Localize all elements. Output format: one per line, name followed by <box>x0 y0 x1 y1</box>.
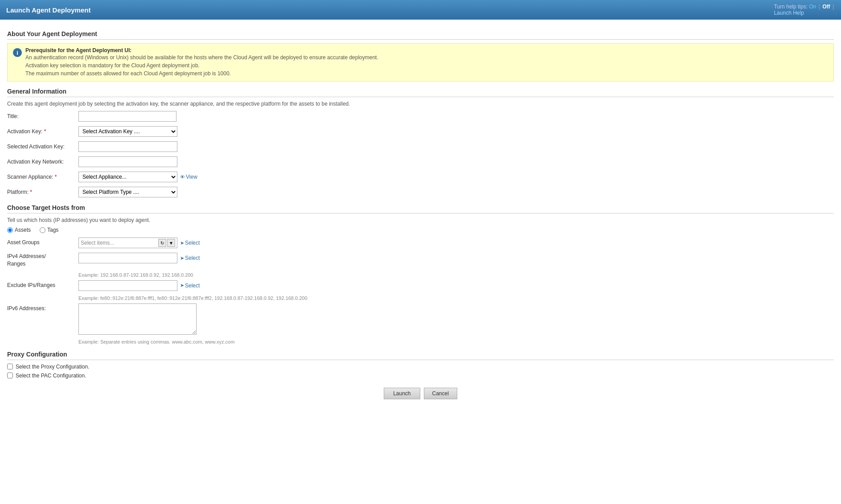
key-network-control <box>78 156 177 167</box>
target-hosts-title: Choose Target Hosts from <box>7 204 834 211</box>
launch-help-link[interactable]: Launch Help <box>774 10 835 16</box>
scanner-label: Scanner Appliance: * <box>7 174 78 180</box>
scanner-row: Scanner Appliance: * Select Appliance...… <box>7 171 834 183</box>
ipv6-control <box>78 303 197 335</box>
proxy-section: Proxy Configuration Select the Proxy Con… <box>7 351 834 379</box>
scanner-view-link[interactable]: 👁 View <box>180 174 197 180</box>
key-network-label: Activation Key Network: <box>7 159 78 165</box>
selected-key-control <box>78 141 177 152</box>
ipv6-example: Example: Separate entries using commas. … <box>78 339 834 344</box>
asset-groups-select-link[interactable]: ➤ Select <box>180 240 200 246</box>
info-box: i Prerequisite for the Agent Deployment … <box>7 43 834 82</box>
info-icon: i <box>13 48 22 57</box>
app-header: Launch Agent Deployment Turn help tips: … <box>0 0 841 20</box>
help-on[interactable]: On <box>809 4 816 10</box>
app-title: Launch Agent Deployment <box>6 6 90 14</box>
info-line3: The maximum number of assets allowed for… <box>25 70 378 78</box>
ipv4-input[interactable] <box>78 253 177 263</box>
asset-groups-select-box[interactable]: Select items... ↻ ▼ <box>78 238 177 248</box>
ipv4-example: Example: 192.168.0.87-192.168.0.92, 192.… <box>78 272 834 278</box>
asset-groups-control: Select items... ↻ ▼ ➤ Select <box>78 238 200 248</box>
exclude-input[interactable] <box>78 280 177 291</box>
ipv4-select-cursor-icon: ➤ <box>180 255 184 261</box>
key-network-input[interactable] <box>78 156 177 167</box>
activation-key-asterisk: * <box>44 128 46 135</box>
ipv4-row: IPv4 Addresses/ Ranges ➤ Select <box>7 253 834 268</box>
ipv6-row: IPv6 Addresses: <box>7 303 834 335</box>
proxy-checkbox-row[interactable]: Select the Proxy Configuration. <box>7 364 834 370</box>
help-prefix: Turn help tips: <box>774 4 808 10</box>
sep2: | <box>833 4 834 10</box>
asset-groups-refresh-btn[interactable]: ↻ <box>158 239 166 247</box>
pac-checkbox-row[interactable]: Select the PAC Configuration. <box>7 373 834 379</box>
general-divider <box>7 97 834 97</box>
title-control <box>78 111 176 122</box>
proxy-title: Proxy Configuration <box>7 351 834 358</box>
target-radio-row: Assets Tags <box>7 227 834 233</box>
selected-key-label: Selected Activation Key: <box>7 143 78 150</box>
help-off[interactable]: Off <box>822 4 830 10</box>
general-info-section: General Information Create this agent de… <box>7 88 834 198</box>
info-line1: An authentication record (Windows or Uni… <box>25 53 378 61</box>
activation-key-label: Activation Key: * <box>7 128 78 135</box>
info-text: Prerequisite for the Agent Deployment UI… <box>25 47 378 78</box>
view-icon: 👁 <box>180 174 185 180</box>
ipv4-control: ➤ Select <box>78 253 200 263</box>
about-divider <box>7 39 834 40</box>
activation-key-row: Activation Key: * Select Activation Key … <box>7 126 834 137</box>
title-label: Title: <box>7 113 78 119</box>
tags-radio[interactable] <box>40 227 45 233</box>
exclude-label: Exclude IPs/Ranges <box>7 280 78 288</box>
scanner-asterisk: * <box>55 174 57 180</box>
pac-checkbox[interactable] <box>7 373 13 378</box>
tags-option[interactable]: Tags <box>40 227 58 233</box>
asset-groups-label: Asset Groups <box>7 238 78 246</box>
target-hosts-section: Choose Target Hosts from Tell us which h… <box>7 204 834 344</box>
exclude-control: ➤ Select <box>78 280 200 291</box>
exclude-example: Example: fe80::912e:21f6:887e:fff1, fe80… <box>78 295 834 301</box>
sep1: | <box>819 4 820 10</box>
platform-select[interactable]: Select Platform Type .... <box>78 187 177 197</box>
about-title: About Your Agent Deployment <box>7 30 834 37</box>
assets-label: Assets <box>15 227 31 233</box>
asset-groups-dropdown-btn[interactable]: ▼ <box>167 239 175 247</box>
selected-key-row: Selected Activation Key: <box>7 141 834 152</box>
help-tips: Turn help tips: On | Off | Launch Help <box>774 4 835 16</box>
ipv6-label: IPv6 Addresses: <box>7 303 78 311</box>
proxy-divider <box>7 360 834 360</box>
proxy-checkbox[interactable] <box>7 364 13 369</box>
general-title: General Information <box>7 88 834 95</box>
target-hosts-desc: Tell us which hosts (IP addresses) you w… <box>7 217 834 223</box>
ipv6-textarea[interactable] <box>78 303 197 335</box>
footer-buttons: Launch Cancel <box>7 381 834 402</box>
title-input[interactable] <box>78 111 176 122</box>
proxy-checkbox-label: Select the Proxy Configuration. <box>16 364 89 370</box>
pac-checkbox-label: Select the PAC Configuration. <box>16 373 86 379</box>
asset-groups-placeholder: Select items... <box>81 240 158 246</box>
asset-groups-buttons: ↻ ▼ <box>158 239 175 247</box>
assets-option[interactable]: Assets <box>7 227 31 233</box>
platform-asterisk: * <box>30 189 32 195</box>
info-line2: Activation key selection is mandatory fo… <box>25 61 378 70</box>
selected-key-input[interactable] <box>78 141 177 152</box>
main-content: About Your Agent Deployment i Prerequisi… <box>0 20 841 411</box>
platform-control: Select Platform Type .... <box>78 187 177 197</box>
target-hosts-divider <box>7 213 834 213</box>
title-row: Title: <box>7 111 834 122</box>
ipv4-label: IPv4 Addresses/ Ranges <box>7 253 78 268</box>
exclude-select-cursor-icon: ➤ <box>180 283 184 288</box>
asset-select-cursor-icon: ➤ <box>180 240 184 246</box>
assets-radio[interactable] <box>7 227 13 233</box>
asset-groups-row: Asset Groups Select items... ↻ ▼ ➤ Selec… <box>7 238 834 248</box>
cancel-button[interactable]: Cancel <box>424 388 457 399</box>
scanner-select[interactable]: Select Appliance... <box>78 172 177 182</box>
activation-key-select[interactable]: Select Activation Key .... <box>78 126 177 137</box>
tags-label: Tags <box>47 227 58 233</box>
platform-label: Platform: * <box>7 189 78 195</box>
launch-button[interactable]: Launch <box>384 388 420 399</box>
exclude-row: Exclude IPs/Ranges ➤ Select <box>7 280 834 291</box>
scanner-control: Select Appliance... 👁 View <box>78 172 197 182</box>
platform-row: Platform: * Select Platform Type .... <box>7 186 834 198</box>
ipv4-select-link[interactable]: ➤ Select <box>180 255 200 261</box>
exclude-select-link[interactable]: ➤ Select <box>180 283 200 289</box>
